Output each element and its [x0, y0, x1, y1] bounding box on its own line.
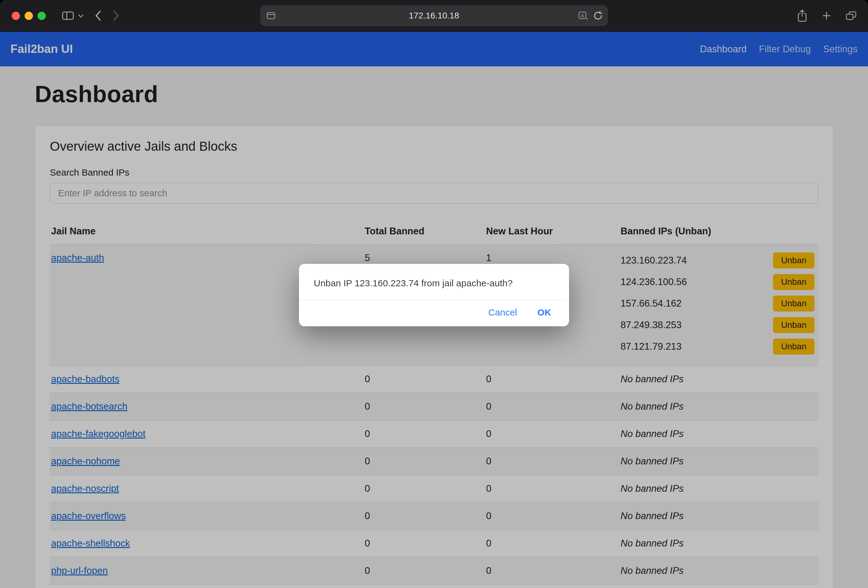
sidebar-icon[interactable] [62, 10, 74, 21]
cancel-button[interactable]: Cancel [489, 307, 517, 318]
back-icon[interactable] [94, 10, 102, 21]
forward-icon[interactable] [112, 10, 120, 21]
window-controls [12, 12, 46, 20]
page-settings-icon[interactable] [266, 11, 276, 20]
dialog-actions: Cancel OK [299, 299, 569, 326]
ok-button[interactable]: OK [537, 307, 551, 318]
zoom-window-button[interactable] [37, 12, 46, 20]
translate-icon[interactable]: A [578, 11, 588, 20]
svg-text:A: A [581, 13, 585, 19]
dialog-message: Unban IP 123.160.223.74 from jail apache… [299, 264, 569, 299]
chevron-down-icon[interactable] [78, 13, 84, 18]
close-window-button[interactable] [12, 12, 20, 20]
minimize-window-button[interactable] [25, 12, 33, 20]
browser-toolbar: 172.16.10.18 A [0, 0, 868, 32]
address-bar[interactable]: 172.16.10.18 A [260, 5, 608, 26]
confirm-dialog: Unban IP 123.160.223.74 from jail apache… [299, 264, 569, 326]
safari-window: 172.16.10.18 A Fail2ba [0, 0, 868, 588]
reload-icon[interactable] [593, 11, 603, 21]
new-tab-icon[interactable] [821, 10, 832, 21]
url-text: 172.16.10.18 [409, 11, 459, 21]
tab-overview-icon[interactable] [845, 10, 857, 21]
toolbar-right-group [797, 0, 857, 31]
web-page: Fail2ban UI DashboardFilter DebugSetting… [0, 32, 868, 588]
share-icon[interactable] [797, 9, 808, 22]
toolbar-nav-group [62, 10, 120, 21]
